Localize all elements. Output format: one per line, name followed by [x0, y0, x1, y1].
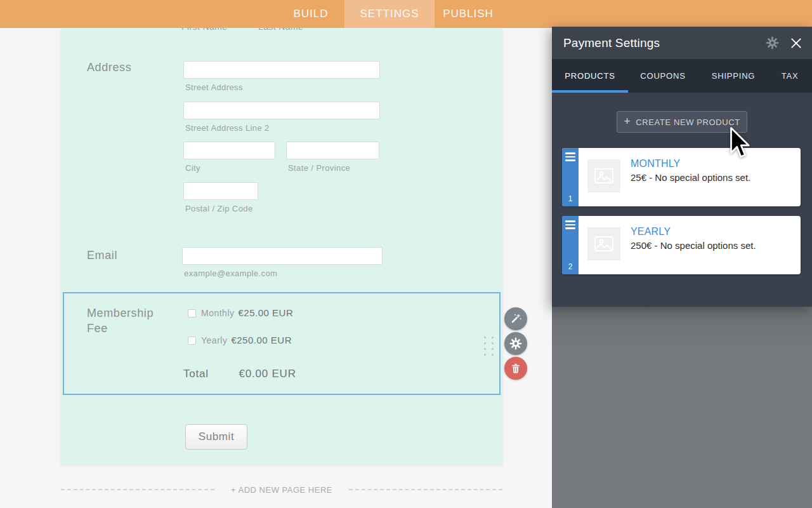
street-address-sublabel: Street Address [185, 83, 243, 92]
product-drag-strip[interactable]: 1 [562, 148, 579, 206]
email-field-label: Email [87, 249, 117, 262]
membership-fee-widget-selected[interactable]: Membership Fee Monthly€25.00 EUR Yearly€… [63, 292, 501, 395]
add-new-page-row: + ADD NEW PAGE HERE [61, 483, 502, 497]
widget-wizard-button[interactable] [504, 307, 527, 330]
payment-settings-panel: Payment Settings [552, 27, 812, 307]
panel-gear-button[interactable] [761, 27, 783, 59]
panel-header: Payment Settings [552, 27, 812, 59]
panel-body: + CREATE NEW PRODUCT 1 MONTHLY [552, 93, 812, 307]
product-card-text: MONTHLY 25€ - No special options set. [631, 158, 757, 206]
drag-handle-icon [565, 220, 575, 231]
city-sublabel: City [185, 163, 200, 173]
product-description: 250€ - No special options set. [631, 239, 757, 252]
product-card-yearly[interactable]: 2 YEARLY 250€ - No special options set. [562, 216, 801, 274]
widget-settings-button[interactable] [504, 332, 527, 355]
product-name: MONTHLY [631, 158, 757, 170]
form-canvas: First Name Last Name Address Street Addr… [61, 28, 502, 465]
panel-close-button[interactable] [785, 27, 807, 59]
panel-title: Payment Settings [563, 36, 660, 50]
image-placeholder-icon [593, 234, 615, 253]
top-nav-tabs: BUILD SETTINGS PUBLISH [277, 0, 502, 28]
close-icon [790, 37, 802, 50]
membership-option-monthly: Monthly€25.00 EUR [188, 307, 293, 319]
state-sublabel: State / Province [288, 163, 350, 173]
membership-option-yearly: Yearly€250.00 EUR [188, 335, 292, 346]
product-thumbnail [587, 227, 620, 260]
product-card-monthly[interactable]: 1 MONTHLY 25€ - No special options set. [562, 148, 801, 206]
submit-button[interactable]: Submit [185, 424, 247, 450]
product-description: 25€ - No special options set. [631, 171, 757, 184]
gear-icon [509, 337, 522, 350]
tab-settings[interactable]: SETTINGS [344, 0, 435, 28]
product-name: YEARLY [631, 226, 757, 237]
yearly-option-price: €250.00 EUR [231, 335, 292, 345]
first-name-sublabel: First Name [181, 28, 227, 32]
top-navigation-bar: BUILD SETTINGS PUBLISH [0, 0, 812, 28]
panel-tab-coupons[interactable]: COUPONS [628, 59, 698, 93]
postal-input[interactable] [183, 182, 258, 200]
street-address2-sublabel: Street Address Line 2 [185, 123, 270, 133]
widget-delete-button[interactable] [504, 357, 527, 380]
product-drag-strip[interactable]: 2 [562, 216, 579, 274]
tab-build[interactable]: BUILD [277, 0, 344, 28]
add-new-page-button[interactable]: + ADD NEW PAGE HERE [214, 485, 349, 495]
email-hint-sublabel: example@example.com [184, 269, 277, 278]
street-address2-input[interactable] [183, 102, 380, 119]
create-new-product-button[interactable]: + CREATE NEW PRODUCT [617, 111, 747, 133]
monthly-option-name: Monthly [201, 308, 235, 318]
membership-total-row: Total €0.00 EUR [183, 368, 296, 380]
image-placeholder-icon [593, 166, 615, 185]
panel-tab-shipping[interactable]: SHIPPING [698, 59, 769, 93]
dashed-divider-left [61, 489, 214, 490]
email-input[interactable] [182, 247, 383, 265]
dashed-divider-right [349, 489, 502, 490]
magic-wand-icon [509, 312, 522, 325]
panel-backdrop-overlay [552, 307, 812, 508]
trash-icon [510, 363, 521, 374]
yearly-option-name: Yearly [201, 335, 227, 345]
address-field-label: Address [87, 61, 131, 74]
panel-tab-bar: PRODUCTS COUPONS SHIPPING TAX [552, 59, 812, 93]
product-index-badge: 2 [562, 262, 579, 271]
app-window: BUILD SETTINGS PUBLISH First Name Last N… [0, 0, 812, 508]
panel-tab-products[interactable]: PRODUCTS [552, 59, 628, 93]
street-address-input[interactable] [183, 61, 380, 79]
total-label: Total [183, 368, 209, 380]
create-new-product-label: CREATE NEW PRODUCT [636, 117, 740, 127]
membership-fee-label: Membership Fee [87, 305, 163, 336]
drag-dots-icon[interactable] [484, 337, 494, 356]
monthly-option-price: €25.00 EUR [239, 307, 294, 318]
gear-icon [766, 36, 779, 50]
panel-tab-tax[interactable]: TAX [769, 59, 811, 93]
product-card-text: YEARLY 250€ - No special options set. [631, 226, 757, 274]
drag-handle-icon [565, 152, 575, 163]
city-input[interactable] [183, 142, 275, 159]
yearly-checkbox[interactable] [188, 337, 196, 345]
product-thumbnail [587, 159, 620, 192]
last-name-sublabel: Last Name [258, 28, 303, 32]
product-index-badge: 1 [562, 194, 579, 203]
postal-sublabel: Postal / Zip Code [185, 204, 253, 213]
plus-icon: + [624, 115, 631, 128]
total-value: €0.00 EUR [239, 368, 296, 380]
tab-publish[interactable]: PUBLISH [435, 0, 502, 28]
monthly-checkbox[interactable] [188, 309, 196, 318]
state-input[interactable] [286, 142, 379, 159]
